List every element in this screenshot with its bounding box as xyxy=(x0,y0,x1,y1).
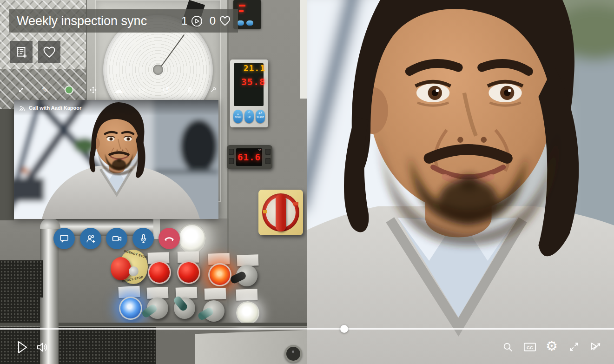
search-icon xyxy=(502,341,514,353)
controller-sv-value: 35.8 xyxy=(241,76,265,87)
trash-icon[interactable] xyxy=(185,85,195,95)
fullscreen-icon xyxy=(568,341,580,353)
speaker-icon xyxy=(35,340,50,354)
add-person-icon xyxy=(85,233,97,245)
controller-down-button: ⌄ DOWN xyxy=(233,110,243,123)
pip-header: Call with Aadi Kapoor xyxy=(14,100,218,116)
search-transcript-button[interactable] xyxy=(501,339,514,354)
rotary-main-switch-plate xyxy=(258,190,303,235)
hang-up-icon xyxy=(163,232,175,245)
gear-icon: ⚙ xyxy=(546,338,558,354)
cc-label: CC xyxy=(527,345,533,350)
settings-button[interactable]: ⚙ xyxy=(545,338,559,354)
label-plate xyxy=(205,288,226,300)
label-plate xyxy=(147,287,169,299)
camera-button[interactable] xyxy=(106,228,127,249)
like-heart-icon xyxy=(42,45,57,60)
label-plate xyxy=(236,289,258,301)
cloud-icon[interactable]: ☁ xyxy=(113,85,124,95)
likes-heart-icon xyxy=(218,14,231,27)
selector-knob-teal-1 xyxy=(147,298,168,319)
undo-icon[interactable]: ↺ xyxy=(161,85,171,95)
cc-icon: CC xyxy=(523,341,537,353)
thermostat-value: 61.6 xyxy=(236,152,262,162)
play-button[interactable] xyxy=(14,338,30,356)
record-indicator-icon[interactable] xyxy=(64,85,74,95)
temperature-controller: 21.1 35.8 ⌄ DOWN ⌃ UP ↵ SILENT xyxy=(230,60,268,127)
closed-captions-button[interactable]: CC xyxy=(522,339,537,354)
remote-participant-video xyxy=(307,0,614,364)
pip-self-view[interactable]: Call with Aadi Kapoor xyxy=(14,100,218,219)
move-icon[interactable] xyxy=(88,85,98,95)
microphone-icon xyxy=(138,233,149,245)
camera-icon xyxy=(111,233,123,245)
selector-knob-teal-2 xyxy=(174,298,195,319)
emergency-stop-hub xyxy=(129,266,139,276)
like-button[interactable] xyxy=(38,41,60,63)
video-title: Weekly inspection sync xyxy=(9,14,181,28)
white-pilot-light-small xyxy=(236,301,259,324)
thermostat-unit: °C xyxy=(258,149,261,152)
video-title-bar: Weekly inspection sync 1 0 xyxy=(9,9,238,33)
views-play-circle-icon xyxy=(191,15,203,27)
add-to-playlist-button[interactable] xyxy=(10,41,33,63)
playback-speed-button[interactable] xyxy=(588,339,603,355)
controller-up-button: ⌃ UP xyxy=(244,110,254,123)
fullscreen-button[interactable] xyxy=(567,339,581,354)
microphone-button[interactable] xyxy=(132,228,154,249)
mini-thermostat-display: °C 61.6 xyxy=(227,145,272,169)
pin-icon[interactable] xyxy=(208,85,218,95)
pencil-icon[interactable]: ✎ xyxy=(40,85,50,95)
pip-video-content xyxy=(14,100,218,219)
view-count: 1 xyxy=(181,14,203,27)
add-participant-button[interactable] xyxy=(80,228,101,249)
play-icon xyxy=(15,339,29,355)
player-control-bar: 0:14 / 0:42 Microsoft Stream CC ⚙ xyxy=(0,333,614,364)
controller-silent-button: ↵ SILENT xyxy=(256,110,265,123)
emergency-stop-button xyxy=(111,257,131,280)
like-count: 0 xyxy=(210,14,231,27)
cabinet-door-edge xyxy=(300,0,307,99)
selector-knob-teal-3 xyxy=(203,300,224,322)
hang-up-button[interactable] xyxy=(158,228,180,249)
seek-knob[interactable] xyxy=(340,325,348,333)
volume-button[interactable] xyxy=(34,339,51,355)
signal-icon xyxy=(19,105,26,111)
label-plate xyxy=(237,254,259,266)
send-icon[interactable]: ▷ xyxy=(137,85,147,95)
pip-caption: Call with Aadi Kapoor xyxy=(29,105,81,111)
like-count-value: 0 xyxy=(210,14,216,27)
red-pilot-light-1 xyxy=(148,261,171,284)
red-pilot-light-lit xyxy=(208,263,231,286)
red-pilot-light-2 xyxy=(177,261,200,284)
controller-pv-value: 21.1 xyxy=(244,63,265,73)
selector-knob-black xyxy=(236,265,257,286)
seek-bar[interactable] xyxy=(0,328,614,330)
playback-speed-icon xyxy=(588,340,602,354)
blue-pilot-light-lit xyxy=(119,297,142,320)
stream-video-player: 21.1 35.8 ⌄ DOWN ⌃ UP ↵ SILENT °C 61.6 xyxy=(0,0,614,364)
call-controls xyxy=(51,226,191,251)
chat-button[interactable] xyxy=(53,228,75,249)
annotation-toolbar: ✎ ☁ ▷ ↺ xyxy=(14,84,221,96)
resize-icon[interactable] xyxy=(16,85,26,95)
panel-left-edge xyxy=(0,109,14,220)
chat-icon xyxy=(59,233,70,244)
rotary-switch-handle xyxy=(276,194,286,232)
view-count-value: 1 xyxy=(181,14,187,27)
add-to-playlist-icon xyxy=(14,45,28,59)
